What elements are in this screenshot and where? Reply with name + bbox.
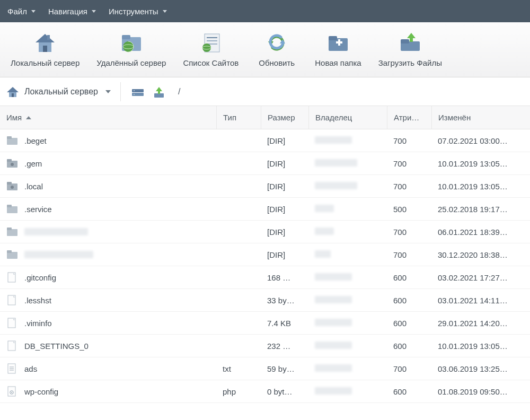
- file-name: wp-config: [24, 387, 58, 396]
- tool-label: Обновить: [259, 58, 295, 67]
- new-folder-button[interactable]: Новая папка: [310, 29, 366, 69]
- column-attributes[interactable]: Атри…: [387, 106, 431, 129]
- table-row[interactable]: .viminfo7.4 KB60029.01.2021 14:20…: [0, 312, 530, 335]
- file-modified: 07.02.2021 03:00…: [431, 136, 530, 145]
- refresh-icon: [265, 31, 288, 54]
- table-row[interactable]: DB_SETTINGS_0232 …60010.01.2019 13:05…: [0, 335, 530, 357]
- file-owner: [308, 319, 387, 328]
- menu-tools[interactable]: Инструменты: [109, 7, 167, 16]
- redacted-owner: [315, 136, 352, 144]
- redacted-name: [24, 251, 93, 258]
- menu-bar: Файл Навигация Инструменты: [0, 0, 530, 22]
- folder-gear-icon: [6, 158, 18, 169]
- table-row[interactable]: [DIR]70030.12.2020 18:38…: [0, 243, 530, 266]
- table-row[interactable]: adstxt59 by…70003.06.2019 13:25…: [0, 357, 530, 380]
- folder-icon: [6, 226, 18, 237]
- file-attributes: 700: [387, 182, 431, 191]
- table-row[interactable]: [DIR]70006.01.2021 18:39…: [0, 221, 530, 243]
- file-size: [DIR]: [261, 159, 308, 168]
- redacted-owner: [315, 228, 334, 235]
- server-view-button[interactable]: [130, 85, 145, 98]
- column-owner[interactable]: Владелец: [308, 106, 387, 129]
- home-icon: [33, 31, 57, 54]
- local-server-button[interactable]: Локальный сервер: [5, 29, 85, 69]
- file-attributes: 700: [387, 250, 431, 259]
- new-folder-icon: [326, 31, 350, 54]
- file-list: .beget[DIR]70007.02.2021 03:00….gem[DIR]…: [0, 129, 530, 403]
- file-name: ads: [24, 364, 37, 373]
- file-type: php: [216, 387, 261, 396]
- folder-icon: [6, 204, 18, 214]
- file-size: 168 …: [261, 273, 308, 282]
- column-modified[interactable]: Изменён: [431, 106, 530, 129]
- file-size: 33 by…: [261, 296, 308, 305]
- column-name[interactable]: Имя: [0, 106, 216, 129]
- sort-asc-icon: [26, 116, 31, 119]
- file-owner: [308, 387, 387, 396]
- globe-folder-icon: [120, 31, 143, 54]
- table-row[interactable]: .service[DIR]50025.02.2018 19:17…: [0, 198, 530, 221]
- table-row[interactable]: .beget[DIR]70007.02.2021 03:00…: [0, 129, 530, 152]
- file-name: DB_SETTINGS_0: [24, 342, 89, 351]
- file-modified: 10.01.2019 13:05…: [431, 159, 530, 168]
- upload-files-button[interactable]: Загрузить Файлы: [373, 29, 447, 69]
- column-size[interactable]: Размер: [261, 106, 308, 129]
- menu-navigation[interactable]: Навигация: [48, 7, 96, 16]
- column-type[interactable]: Тип: [216, 106, 261, 129]
- toolbar: Локальный сервер Удалённый сервер Список…: [0, 22, 530, 77]
- tool-label: Локальный сервер: [11, 58, 80, 67]
- file-name: .service: [24, 205, 52, 214]
- redacted-owner: [315, 182, 357, 189]
- table-row[interactable]: .gem[DIR]70010.01.2019 13:05…: [0, 152, 530, 175]
- menu-file[interactable]: Файл: [7, 7, 36, 16]
- file-attributes: 700: [387, 364, 431, 373]
- breadcrumb-path[interactable]: /: [178, 87, 180, 97]
- file-icon: [6, 318, 18, 328]
- menu-label: Файл: [7, 7, 27, 16]
- file-modified: 06.01.2021 18:39…: [431, 228, 530, 237]
- file-modified: 25.02.2018 19:17…: [431, 205, 530, 214]
- chevron-down-icon: [163, 10, 167, 13]
- file-modified: 10.01.2019 13:05…: [431, 182, 530, 191]
- file-owner: [308, 273, 387, 282]
- chevron-down-icon: [92, 10, 96, 13]
- menu-label: Инструменты: [109, 7, 158, 16]
- file-owner: [308, 136, 387, 145]
- redacted-owner: [315, 342, 352, 349]
- site-list-button[interactable]: Список Сайтов: [178, 29, 244, 69]
- location-label: Локальный сервер: [24, 87, 98, 97]
- redacted-owner: [315, 159, 357, 167]
- file-owner: [308, 342, 387, 351]
- file-type: txt: [216, 364, 261, 373]
- remote-server-button[interactable]: Удалённый сервер: [91, 29, 171, 69]
- redacted-owner: [315, 296, 352, 303]
- file-attributes: 600: [387, 319, 431, 328]
- file-name: .gem: [24, 159, 42, 168]
- file-icon: [6, 295, 18, 305]
- go-up-button[interactable]: [152, 85, 166, 98]
- file-modified: 10.01.2019 13:05…: [431, 342, 530, 351]
- table-row[interactable]: .local[DIR]70010.01.2019 13:05…: [0, 175, 530, 198]
- file-attributes: 600: [387, 342, 431, 351]
- tool-label: Новая папка: [315, 58, 361, 67]
- file-modified: 03.06.2019 13:25…: [431, 364, 530, 373]
- redacted-name: [24, 228, 88, 235]
- file-name: .gitconfig: [24, 273, 56, 282]
- file-attributes: 700: [387, 136, 431, 145]
- file-size: [DIR]: [261, 250, 308, 259]
- file-attributes: 500: [387, 205, 431, 214]
- folder-icon: [6, 249, 18, 260]
- tool-label: Загрузить Файлы: [378, 58, 442, 67]
- folder-icon: [6, 135, 18, 146]
- file-size: 232 …: [261, 342, 308, 351]
- table-row[interactable]: wp-configphp0 byt…60001.08.2019 09:50…: [0, 380, 530, 403]
- file-size: [DIR]: [261, 228, 308, 237]
- divider: [120, 82, 121, 101]
- sites-icon: [199, 31, 223, 54]
- chevron-down-icon: [105, 90, 111, 93]
- table-row[interactable]: .gitconfig168 …60003.02.2021 17:27…: [0, 266, 530, 289]
- refresh-button[interactable]: Обновить: [250, 29, 303, 69]
- file-size: 7.4 KB: [261, 319, 308, 328]
- location-selector[interactable]: Локальный сервер: [6, 86, 111, 98]
- table-row[interactable]: .lesshst33 by…60003.01.2021 14:11…: [0, 289, 530, 312]
